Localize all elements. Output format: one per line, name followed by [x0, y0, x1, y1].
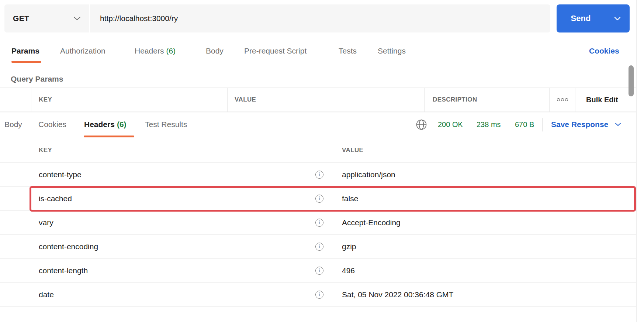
url-field-container: [90, 4, 550, 32]
header-value: Accept-Encoding: [342, 218, 401, 227]
tab-body[interactable]: Body: [206, 39, 226, 63]
header-value: false: [342, 194, 358, 203]
response-tab-body[interactable]: Body: [4, 113, 24, 136]
cookies-link[interactable]: Cookies: [589, 39, 619, 63]
table-row: content-type i application/json: [0, 163, 636, 187]
header-value-cell: Accept-Encoding: [333, 211, 636, 234]
status-code: 200 OK: [438, 113, 463, 136]
url-input[interactable]: [90, 14, 550, 23]
api-client-window: GET Send Params Authorization Headers (6…: [0, 0, 644, 322]
key-column-header: KEY: [31, 88, 228, 112]
description-column-header: DESCRIPTION: [425, 88, 550, 112]
info-icon[interactable]: i: [315, 195, 323, 203]
response-time: 238 ms: [477, 113, 501, 136]
tab-authorization[interactable]: Authorization: [60, 39, 108, 63]
checkbox-column-header: [0, 88, 31, 112]
response-tab-cookies[interactable]: Cookies: [38, 113, 69, 136]
gutter-cell: [0, 259, 32, 282]
header-key-cell: is-cached i: [32, 187, 333, 210]
info-icon[interactable]: i: [315, 243, 323, 251]
header-value: gzip: [342, 242, 356, 251]
header-value: 496: [342, 266, 355, 275]
gutter-cell: [0, 235, 32, 258]
tab-tests[interactable]: Tests: [339, 39, 359, 63]
gutter-cell: [0, 187, 32, 210]
header-value: application/json: [342, 170, 395, 179]
header-value-cell: application/json: [333, 163, 636, 186]
table-row: content-length i 496: [0, 259, 636, 283]
tab-params[interactable]: Params: [11, 39, 42, 63]
table-row: vary i Accept-Encoding: [0, 211, 636, 235]
header-key: date: [39, 290, 54, 299]
info-icon[interactable]: i: [315, 291, 323, 299]
send-options-button[interactable]: [605, 4, 630, 32]
header-value: Sat, 05 Nov 2022 00:36:48 GMT: [342, 290, 453, 299]
key-column-header: KEY: [39, 147, 52, 154]
active-tab-underline: [84, 136, 134, 137]
value-column-header: VALUE: [342, 147, 363, 154]
response-tab-headers[interactable]: Headers (6): [84, 113, 127, 136]
more-options-icon[interactable]: [550, 88, 575, 112]
header-key: content-encoding: [39, 242, 98, 251]
query-params-title: Query Params: [11, 75, 63, 83]
header-value-cell: false: [333, 187, 636, 210]
chevron-down-icon: [614, 122, 622, 127]
chevron-down-icon: [73, 16, 81, 21]
table-row: content-encoding i gzip: [0, 235, 636, 259]
active-tab-underline: [11, 61, 41, 63]
header-key: content-length: [39, 266, 88, 275]
header-key: content-type: [39, 170, 82, 179]
response-tabbar: Body Cookies Headers (6) Test Results 20…: [0, 113, 636, 138]
header-key: vary: [39, 218, 53, 227]
query-params-header-row: KEY VALUE DESCRIPTION Bulk Edit: [0, 88, 636, 112]
gutter-cell: [0, 163, 32, 186]
response-headers-count-badge: (6): [117, 120, 127, 129]
bulk-edit-button[interactable]: Bulk Edit: [575, 88, 636, 112]
value-column-header: VALUE: [228, 88, 425, 112]
response-table-header-row: KEY VALUE: [0, 138, 636, 163]
request-tabbar: Params Authorization Headers (6) Body Pr…: [0, 39, 636, 63]
header-key-cell: content-length i: [32, 259, 333, 282]
globe-icon[interactable]: [416, 113, 427, 136]
info-icon[interactable]: i: [315, 171, 323, 179]
response-headers-rows: content-type i application/json is-cache…: [0, 163, 636, 307]
header-value-cell: gzip: [333, 235, 636, 258]
tab-pre-request-script[interactable]: Pre-request Script: [244, 39, 309, 63]
header-value-cell: Sat, 05 Nov 2022 00:36:48 GMT: [333, 283, 636, 306]
header-key-cell: date i: [32, 283, 333, 306]
info-icon[interactable]: i: [315, 267, 323, 275]
send-split-button: Send: [557, 4, 630, 32]
tab-settings[interactable]: Settings: [378, 39, 408, 63]
table-row-highlighted: is-cached i false: [0, 187, 636, 211]
table-row: date i Sat, 05 Nov 2022 00:36:48 GMT: [0, 283, 636, 307]
response-headers-table: KEY VALUE content-type i application/jso…: [0, 138, 636, 307]
header-value-cell: 496: [333, 259, 636, 282]
vertical-scrollbar-thumb[interactable]: [629, 65, 634, 96]
save-response-button[interactable]: Save Response: [551, 113, 622, 136]
http-method-select[interactable]: GET: [4, 4, 89, 32]
send-button[interactable]: Send: [557, 4, 605, 32]
header-key-cell: content-encoding i: [32, 235, 333, 258]
gutter-cell: [0, 138, 32, 162]
header-key: is-cached: [39, 194, 72, 203]
header-key-cell: vary i: [32, 211, 333, 234]
gutter-cell: [0, 211, 32, 234]
info-icon[interactable]: i: [315, 219, 323, 227]
chevron-down-icon: [614, 16, 621, 21]
response-tab-test-results[interactable]: Test Results: [145, 113, 189, 136]
response-size: 670 B: [515, 113, 534, 136]
gutter-cell: [0, 283, 32, 306]
pane-right-border: [636, 0, 637, 322]
tab-headers[interactable]: Headers (6): [135, 39, 176, 63]
header-key-cell: content-type i: [32, 163, 333, 186]
headers-count-badge: (6): [166, 47, 176, 55]
http-method-value: GET: [13, 14, 29, 23]
divider: [542, 118, 543, 131]
